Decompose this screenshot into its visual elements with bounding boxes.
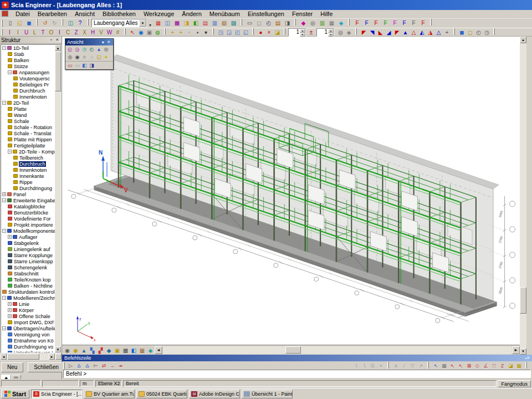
taskbar-task[interactable]: IdAdobe InDesign C...	[189, 390, 240, 398]
viewport-vertical-scrollbar[interactable]: ▲ ▼	[520, 37, 526, 355]
mdi-child-icon[interactable]	[2, 11, 8, 17]
snap-line-icon[interactable]: ∖	[352, 362, 360, 369]
start-button[interactable]: Start	[1, 390, 29, 398]
close-icon[interactable]: ✕	[106, 40, 111, 44]
hatch-icon[interactable]: ▩	[121, 346, 130, 354]
tree-expander-icon[interactable]: −	[2, 296, 6, 300]
frame-5-icon[interactable]: F	[390, 19, 400, 27]
taskbar-task[interactable]: SScia Engineer - [...	[31, 390, 82, 398]
tree-item-innenkante[interactable]: Innenkante	[1, 173, 55, 179]
close-icon[interactable]: ✕	[526, 356, 530, 360]
tree-item-import-dwg-dxf[interactable]: Import DWG, DXF	[1, 319, 55, 325]
zoom-all-icon[interactable]: ○	[81, 54, 88, 60]
tree-item-übertragen-aufteilen[interactable]: −Übertragen/Aufteilen	[1, 325, 55, 331]
ucs-spinner[interactable]: 1 ▲▼	[288, 28, 306, 37]
menu-datei[interactable]: Datei	[12, 11, 34, 17]
toolbar-grip[interactable]	[284, 28, 285, 35]
folder-icon[interactable]: ◪	[273, 28, 282, 37]
zoom-sel-icon[interactable]: ◌	[88, 54, 95, 60]
frame-1-icon[interactable]: F	[352, 19, 362, 27]
load-view-icon[interactable]: ◻	[466, 28, 474, 37]
dir-x-icon[interactable]: ⇄	[100, 362, 108, 369]
print-icon[interactable]: ▭	[245, 19, 254, 27]
fangmodus-button[interactable]: Fangmodus	[498, 380, 531, 387]
toolbar-grip[interactable]	[63, 362, 65, 369]
shade-1-icon[interactable]: ◧	[81, 62, 88, 69]
save-icon[interactable]: ◼	[24, 19, 34, 27]
ref-6-icon[interactable]: ▲	[401, 28, 410, 37]
add-2-icon[interactable]: +	[177, 28, 185, 37]
ref-1-icon[interactable]: ◤	[360, 28, 368, 37]
new-icon[interactable]: ▯	[6, 19, 15, 27]
activity-2-icon[interactable]: ◫	[163, 19, 172, 27]
ref-8-icon[interactable]: ◭	[418, 28, 426, 37]
frame-4-icon[interactable]: F	[381, 19, 390, 27]
copy-1-icon[interactable]: ◳	[217, 28, 225, 37]
toolbar-grip[interactable]	[1, 29, 3, 35]
activity-6-icon[interactable]: ▤	[201, 19, 210, 27]
snap-dir-icon[interactable]: ↗	[417, 362, 425, 369]
tree-item-durchdringung-vo[interactable]: Durchdringung vo	[1, 344, 55, 350]
tree-item-erweiterte-eingabe[interactable]: −Erweiterte Eingabe	[1, 197, 55, 203]
close-icon[interactable]: ✕	[54, 37, 60, 43]
tree-item-entnahme-von-kö[interactable]: Entnahme von Kö	[1, 337, 55, 344]
schliessen-button[interactable]: Schließen	[28, 362, 64, 372]
layout-icon[interactable]: ◨	[283, 19, 292, 27]
toolbar-grip[interactable]	[164, 28, 166, 35]
snap-poly-icon[interactable]: ◇	[473, 362, 482, 369]
open-view-icon[interactable]: ◱	[95, 54, 103, 60]
frame-3-icon[interactable]: F	[371, 19, 381, 27]
tree-item-voutenquersc[interactable]: Voutenquersc	[1, 75, 55, 81]
tree-item-offene-schale[interactable]: +Offene Schale	[1, 313, 55, 319]
toolbar-grip[interactable]	[212, 28, 214, 35]
ref-7-icon[interactable]: △	[410, 28, 418, 37]
tree-item-durchbruch[interactable]: Durchbruch	[1, 161, 55, 167]
profile-14-icon[interactable]: #	[114, 28, 122, 37]
taskbar-task[interactable]: Übersicht 1 - Paint	[242, 390, 293, 398]
tree-item-starre-kopplunge[interactable]: Starre Kopplunge	[1, 252, 55, 258]
add-1-icon[interactable]: +	[168, 28, 177, 37]
tree-item-balken[interactable]: Balken	[1, 57, 55, 63]
ref-2-icon[interactable]: ◥	[368, 28, 376, 37]
snap-angle-icon[interactable]: ∠	[482, 362, 490, 369]
copy-3-icon[interactable]: ◰	[233, 28, 242, 37]
results-icon[interactable]: ▥	[318, 19, 327, 27]
coord-rel-icon[interactable]: Δ	[83, 362, 91, 369]
tree-item-scherengelenk[interactable]: Scherengelenk	[1, 264, 55, 270]
toolbar-grip[interactable]	[87, 19, 89, 25]
scroll-thumb[interactable]	[285, 346, 301, 354]
tree-item-1d-teil[interactable]: −1D-Teil	[1, 45, 55, 51]
scroll-left-icon[interactable]: ◄	[155, 346, 162, 354]
snap-tri-icon[interactable]: ▽	[408, 362, 417, 369]
tree-expander-icon[interactable]: +	[8, 314, 12, 318]
tree-item-teile-knoten-kop[interactable]: Teile/Knoten kop	[1, 277, 55, 283]
gallery-icon[interactable]: ◈	[336, 19, 346, 27]
select-icon[interactable]: ↖	[129, 28, 137, 37]
small-2-icon[interactable]: ▪	[193, 28, 202, 37]
toolbar-grip[interactable]	[294, 19, 296, 25]
pin-icon[interactable]: ▪	[48, 37, 54, 43]
ref-11-icon[interactable]: +	[443, 28, 451, 37]
snap-box-icon[interactable]: ⊠	[465, 362, 473, 369]
node-icon[interactable]: ◉	[137, 28, 145, 37]
toolbar-grip[interactable]	[453, 28, 455, 35]
light-icon[interactable]: ●	[103, 54, 110, 60]
pointer-icon[interactable]: ▷	[66, 362, 75, 369]
profile-4-icon[interactable]: L	[30, 28, 39, 37]
grid-2-icon[interactable]: ◈	[345, 28, 353, 37]
menu-bibliotheken[interactable]: Bibliotheken	[99, 11, 140, 17]
menu-bearbeiten[interactable]: Bearbeiten	[34, 11, 71, 17]
scale-icon[interactable]: ±	[307, 28, 315, 37]
tree-item-stabschnitt[interactable]: Stabschnitt	[1, 270, 55, 277]
tree-item-liniengelenk-auf[interactable]: Liniengelenk auf	[1, 246, 55, 252]
chevron-down-icon[interactable]: ▼	[139, 19, 146, 27]
toolbar-grip[interactable]	[348, 19, 350, 25]
tree-item-panel[interactable]: +Panel	[1, 191, 55, 197]
profile-13-icon[interactable]: W	[105, 28, 114, 37]
snap-end-icon[interactable]: ↖	[448, 362, 457, 369]
toolbar-grip[interactable]	[525, 362, 527, 369]
tree-item-2d-teile-kompo[interactable]: −2D-Teile - Kompo	[1, 149, 55, 155]
profile-10-icon[interactable]: X	[80, 28, 89, 37]
tree-item-fertigteilplatte[interactable]: Fertigteilplatte	[1, 142, 55, 149]
activity-3-icon[interactable]: ▩	[172, 19, 182, 27]
